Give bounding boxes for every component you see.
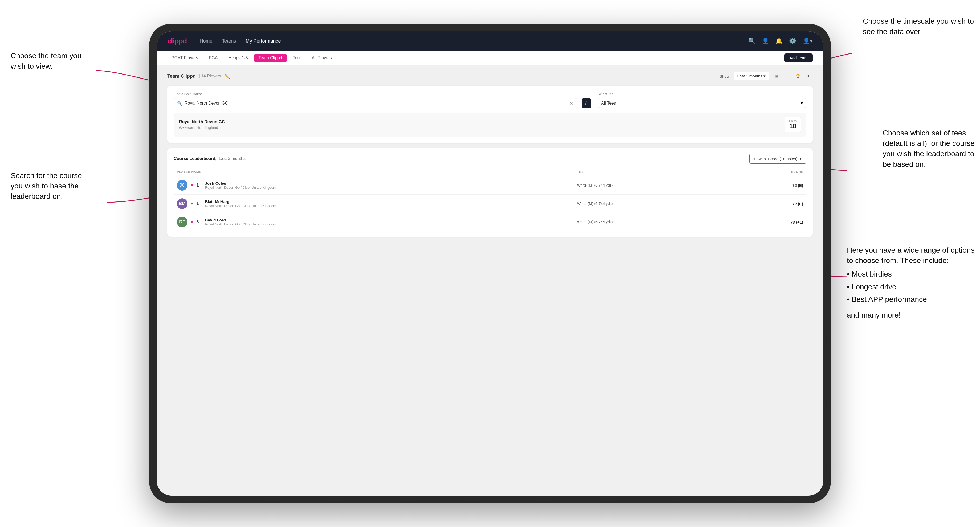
leaderboard-title: Course Leaderboard, Last 3 months [173, 156, 245, 161]
player-name: Blair McHarg [205, 199, 276, 204]
tee-value: All Tees [601, 101, 799, 106]
tablet-screen: clippd Home Teams My Performance 🔍 👤 🔔 ⚙… [157, 32, 823, 495]
tab-pga[interactable]: PGA [205, 54, 222, 62]
profile-icon[interactable]: 👤 [762, 38, 769, 44]
heart-icon[interactable]: ♥ [191, 220, 193, 224]
course-search-card: Find a Golf Course 🔍 Royal North Devon G… [167, 86, 813, 143]
tab-all-players[interactable]: All Players [307, 54, 336, 62]
score-value: 73 (+1) [737, 220, 803, 224]
tab-tour[interactable]: Tour [289, 54, 305, 62]
notification-icon[interactable]: 🔔 [775, 38, 783, 44]
score-type-dropdown[interactable]: Lowest Score (18 holes) ▾ [749, 154, 807, 163]
player-club: Royal North Devon Golf Club, United King… [205, 186, 276, 189]
player-name: David Ford [205, 218, 276, 222]
show-dropdown[interactable]: Last 3 months ▾ [734, 72, 769, 80]
rank: 1 [197, 201, 202, 206]
holes-label: Holes [789, 119, 797, 122]
tab-hcaps[interactable]: Hcaps 1-5 [224, 54, 252, 62]
annotation-timescale: Choose the timescale you wish to see the… [863, 16, 975, 37]
avatar: BM [177, 198, 188, 209]
score-dropdown-chevron: ▾ [799, 156, 802, 161]
leaderboard-table: PLAYER NAME TEE SCORE JC ♥ 1 Josh Coles … [173, 168, 807, 231]
holes-badge: Holes 18 [784, 117, 801, 132]
leaderboard-header: Course Leaderboard, Last 3 months Lowest… [173, 154, 807, 163]
tee-section: Select Tee All Tees ▾ [598, 92, 807, 108]
avatar: JC [177, 180, 188, 190]
search-row: Find a Golf Course 🔍 Royal North Devon G… [173, 92, 807, 108]
player-club: Royal North Devon Golf Club, United King… [205, 204, 276, 208]
search-input-icon: 🔍 [177, 101, 182, 106]
score-type-value: Lowest Score (18 holes) [754, 157, 797, 161]
tee-dropdown[interactable]: All Tees ▾ [598, 98, 807, 108]
view-icons: ⊞ ☰ 🏆 ⬇ [772, 72, 813, 80]
tab-team-clippd[interactable]: Team Clippd [254, 54, 286, 62]
nav-link-home[interactable]: Home [200, 38, 213, 44]
heart-icon[interactable]: ♥ [191, 201, 193, 206]
tablet-frame: clippd Home Teams My Performance 🔍 👤 🔔 ⚙… [149, 24, 831, 503]
search-section: Find a Golf Course 🔍 Royal North Devon G… [173, 92, 591, 108]
course-result-name: Royal North Devon GC [179, 119, 225, 124]
col-score: SCORE [734, 168, 807, 176]
team-title-group: Team Clippd | 14 Players ✏️ [167, 73, 230, 79]
score-value: 72 (E) [737, 183, 803, 187]
annotation-tee: Choose which set of tees(default is all)… [883, 128, 975, 170]
leaderboard-subtitle: Last 3 months [219, 156, 245, 161]
add-team-button[interactable]: Add Team [784, 54, 813, 62]
rank: 3 [197, 220, 202, 224]
col-tee: TEE [574, 168, 734, 176]
holes-value: 18 [789, 122, 797, 130]
sub-nav-tabs: PGAT Players PGA Hcaps 1-5 Team Clippd T… [167, 54, 784, 62]
tee-info: White (M) (6,744 yds) [577, 220, 613, 224]
grid-view-icon[interactable]: ⊞ [772, 72, 781, 80]
col-player: PLAYER NAME [173, 168, 574, 176]
trophy-icon[interactable]: 🏆 [794, 72, 802, 80]
course-search-input-wrapper: 🔍 Royal North Devon GC ✕ [173, 98, 578, 108]
table-row: BM ♥ 1 Blair McHarg Royal North Devon Go… [173, 195, 807, 213]
course-search-value[interactable]: Royal North Devon GC [185, 101, 566, 106]
tee-info: White (M) (6,744 yds) [577, 183, 613, 187]
annotation-options: Here you have a wide range of options to… [847, 245, 975, 320]
show-label: Show: [719, 74, 731, 78]
sub-nav: PGAT Players PGA Hcaps 1-5 Team Clippd T… [157, 51, 823, 65]
score-value: 72 (E) [737, 202, 803, 206]
player-club: Royal North Devon Golf Club, United King… [205, 222, 276, 226]
clear-search-button[interactable]: ✕ [568, 101, 574, 106]
nav-link-teams[interactable]: Teams [222, 38, 236, 44]
annotation-choose-team: Choose the team you wish to view. [11, 51, 96, 71]
nav-links: Home Teams My Performance [200, 38, 748, 44]
show-controls: Show: Last 3 months ▾ ⊞ ☰ 🏆 ⬇ [719, 72, 813, 80]
player-name: Josh Coles [205, 181, 276, 186]
nav-logo: clippd [167, 37, 187, 45]
find-course-label: Find a Golf Course [173, 92, 591, 96]
team-name: Team Clippd [167, 73, 196, 79]
team-header: Team Clippd | 14 Players ✏️ Show: Last 3… [167, 72, 813, 80]
avatar: DF [177, 217, 188, 227]
course-result-info: Royal North Devon GC Westward Ho!, Engla… [179, 119, 225, 130]
list-view-icon[interactable]: ☰ [783, 72, 791, 80]
top-nav: clippd Home Teams My Performance 🔍 👤 🔔 ⚙… [157, 32, 823, 51]
course-result: Royal North Devon GC Westward Ho!, Engla… [173, 113, 807, 137]
tab-pgat-players[interactable]: PGAT Players [167, 54, 202, 62]
app-content: clippd Home Teams My Performance 🔍 👤 🔔 ⚙… [157, 32, 823, 495]
tee-chevron-icon: ▾ [801, 101, 803, 106]
nav-icon-group: 🔍 👤 🔔 ⚙️ 👤▾ [748, 38, 813, 44]
table-row: DF ♥ 3 David Ford Royal North Devon Golf… [173, 213, 807, 231]
rank: 1 [197, 183, 202, 187]
table-row: JC ♥ 1 Josh Coles Royal North Devon Golf… [173, 176, 807, 195]
edit-icon[interactable]: ✏️ [224, 74, 230, 79]
player-count: | 14 Players [199, 74, 221, 78]
annotation-search: Search for the courseyou wish to base th… [11, 170, 82, 202]
favourite-button[interactable]: ☆ [582, 98, 591, 108]
main-content: Team Clippd | 14 Players ✏️ Show: Last 3… [157, 65, 823, 495]
settings-icon[interactable]: ⚙️ [789, 38, 796, 44]
heart-icon[interactable]: ♥ [191, 183, 193, 187]
course-result-location: Westward Ho!, England [179, 125, 225, 130]
download-icon[interactable]: ⬇ [804, 72, 813, 80]
user-menu-icon[interactable]: 👤▾ [803, 38, 813, 44]
nav-link-my-performance[interactable]: My Performance [246, 38, 281, 44]
chevron-down-icon: ▾ [764, 74, 765, 78]
search-icon[interactable]: 🔍 [748, 38, 756, 44]
tee-info: White (M) (6,744 yds) [577, 202, 613, 206]
leaderboard-card: Course Leaderboard, Last 3 months Lowest… [167, 148, 813, 237]
select-tee-label: Select Tee [598, 92, 807, 96]
